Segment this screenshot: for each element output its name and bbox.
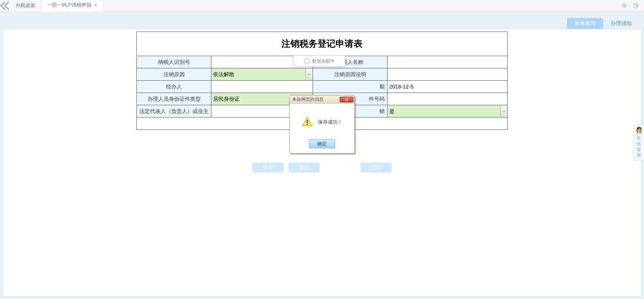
subtab-label: 办理须知 [610,20,632,27]
label-date: 期 [313,81,388,93]
label-legal-rep: 法定代表人（负责人）或业主 [137,105,211,118]
label-id-type: 办理人员身份证件类型 [137,93,211,105]
loading-text: 数据加载中 [312,58,335,64]
legal-rep-chip [213,107,229,114]
loading-indicator: 数据加载中 [293,55,345,67]
label-agent: 经办人 [137,81,211,93]
service-text: 在线客服 [637,136,641,157]
tabs-scroll-left[interactable] [0,0,10,11]
close-button[interactable] [340,97,354,102]
cancel-flag-value: 是 [389,108,395,114]
svg-rect-1 [634,5,637,8]
spinner-icon [304,58,310,64]
chevron-down-icon[interactable] [306,69,312,80]
id-no-chip [389,95,434,102]
tab-clearing[interactable]: 一照一码户清税申报 ✕ [41,0,104,11]
cancel-reason-value: 依法解散 [213,71,234,77]
value-id-no[interactable] [388,93,508,105]
sub-tabs: 表单填写 办理须知 [567,18,639,29]
message-dialog: 来自网页的消息 保存成功！ 确定 [289,95,355,154]
value-date[interactable]: 2018-12-5 [388,81,508,93]
print-button[interactable]: 打印 [361,163,392,172]
chevron-down-icon[interactable] [500,106,507,117]
close-icon[interactable]: ✕ [94,2,98,8]
save-button[interactable]: 保存 [252,163,283,172]
online-service-tab[interactable]: 👩‍💼 在线客服 [633,125,644,161]
svg-point-3 [307,124,308,125]
value-agent[interactable] [211,81,313,93]
svg-rect-2 [307,120,308,123]
label-cancel-reason-desc: 注销原因说明 [313,68,388,81]
tab-bar: 办税桌面 一照一码户清税申报 ✕ [0,0,644,11]
subtab-form-fill[interactable]: 表单填写 [567,18,603,29]
page-title: 注销税务登记申请表 [136,32,508,56]
dialog-message: 保存成功！ [318,119,342,126]
warning-icon [302,116,313,129]
label-taxpayer-id: 纳税人识别号 [137,56,211,68]
dropdown-cancel-flag[interactable]: 是 [388,105,508,118]
window-restore-icon[interactable] [630,2,642,10]
dropdown-cancel-reason[interactable]: 依法解散 [211,68,313,81]
agent-icon: 👩‍💼 [635,127,643,135]
id-type-value: 居民身份证 [213,96,240,102]
tab-desktop[interactable]: 办税桌面 [10,0,41,11]
tab-label: 一照一码户清税申报 [47,2,91,9]
value-taxpayer-name[interactable] [388,56,508,68]
taxpayer-id-chip [213,58,270,65]
tab-label: 办税桌面 [16,2,35,9]
action-row: 保存 重置 打印 [136,163,508,172]
ok-button[interactable]: 确定 [309,139,335,148]
dialog-title-text: 来自网页的消息 [292,96,324,102]
reset-button[interactable]: 重置 [288,163,320,172]
subtab-notice[interactable]: 办理须知 [603,18,639,29]
content-panel: 注销税务登记申请表 纳税人识别号 纳税人名称 注销原因 依法解散 [2,29,642,297]
agent-chip [213,82,229,90]
value-cancel-reason-desc[interactable] [388,68,508,81]
label-cancel-reason: 注销原因 [137,68,211,81]
subtab-label: 表单填写 [574,20,596,27]
tabs-scroll-right[interactable] [619,2,630,10]
dialog-titlebar[interactable]: 来自网页的消息 [290,95,354,104]
